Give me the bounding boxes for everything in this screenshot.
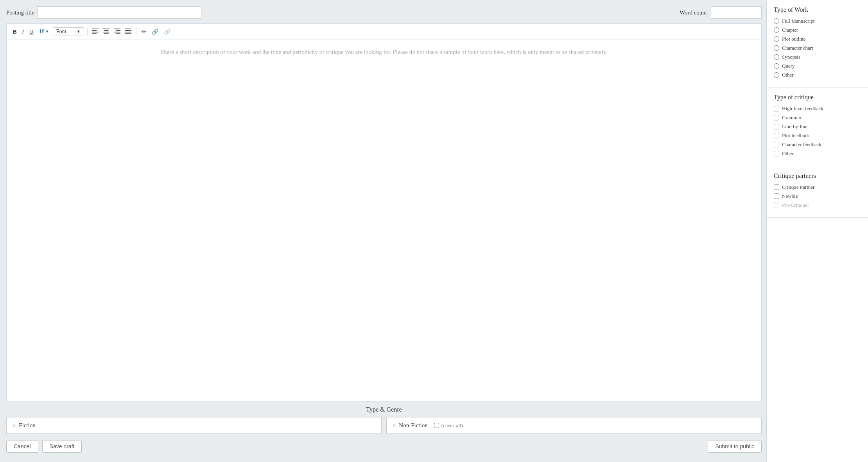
align-left-icon (92, 28, 99, 34)
pencil-button[interactable]: ✏ (140, 28, 148, 36)
checkbox-character-feedback-label: Character feedback (782, 141, 821, 148)
font-size-value: 18 (39, 29, 45, 35)
nonfiction-label: Non-Fiction (399, 422, 427, 429)
checkbox-plot-feedback-input[interactable] (774, 133, 779, 138)
svg-rect-9 (116, 30, 120, 31)
checkbox-newbie-input[interactable] (774, 193, 779, 199)
main-layout: Posting title Word count B I U 18 ▼ Font (0, 0, 868, 462)
font-size-selector[interactable]: 18 ▼ (37, 28, 51, 36)
align-right-icon (114, 28, 120, 34)
cancel-button[interactable]: Cancel (6, 440, 38, 453)
header-row: Posting title Word count (6, 6, 762, 19)
radio-full-manuscript-input[interactable] (774, 18, 779, 24)
checkbox-high-level-feedback-input[interactable] (774, 106, 779, 111)
radio-full-manuscript[interactable]: Full Manuscript (774, 18, 861, 24)
toolbar-separator-2 (136, 28, 136, 36)
toolbar-separator-1 (87, 28, 88, 36)
posting-title-label: Posting title (6, 9, 34, 16)
footer-left: Cancel Save draft (6, 440, 82, 453)
checkbox-plot-feedback[interactable]: Plot feedback (774, 133, 861, 139)
checkbox-grammar-label: Grammar (782, 115, 802, 121)
bold-button[interactable]: B (11, 27, 19, 36)
submit-button[interactable]: Submit to public (708, 440, 762, 453)
radio-plot-outline[interactable]: Plot outline (774, 36, 861, 42)
editor-placeholder: Share a short description of your work a… (161, 49, 607, 55)
checkbox-grammar[interactable]: Grammar (774, 115, 861, 121)
align-justify-button[interactable] (124, 27, 133, 36)
fiction-chevron-icon: > (13, 423, 16, 429)
footer-buttons: Cancel Save draft Submit to public (6, 440, 762, 456)
align-justify-icon (125, 28, 131, 34)
align-center-button[interactable] (102, 27, 111, 36)
radio-query-label: Query (782, 63, 795, 69)
radio-character-chart-input[interactable] (774, 45, 779, 51)
radio-other-input[interactable] (774, 72, 779, 78)
checkbox-critique-other-input[interactable] (774, 151, 779, 156)
checkbox-newbie[interactable]: Newbie (774, 193, 861, 199)
svg-rect-2 (92, 32, 99, 32)
checkbox-pro-critiquer-label: Pro-Critiquer (782, 202, 809, 208)
checkbox-critique-other[interactable]: Other (774, 150, 861, 157)
check-all-checkbox[interactable] (434, 423, 439, 428)
fiction-label: Fiction (19, 422, 36, 429)
radio-chapter[interactable]: Chapter (774, 27, 861, 33)
radio-query-input[interactable] (774, 63, 779, 69)
genre-row: > Fiction > Non-Fiction (check all) (6, 417, 762, 434)
save-draft-button[interactable]: Save draft (42, 440, 82, 453)
link-button[interactable]: 🔗 (150, 28, 160, 36)
radio-query[interactable]: Query (774, 63, 861, 69)
svg-rect-3 (92, 33, 97, 34)
align-center-icon (103, 28, 109, 34)
checkbox-critique-other-label: Other (782, 150, 794, 157)
editor-body[interactable]: Share a short description of your work a… (7, 39, 761, 401)
word-count-input[interactable] (711, 6, 762, 19)
svg-rect-7 (104, 33, 108, 34)
svg-rect-5 (104, 30, 108, 31)
align-right-button[interactable] (113, 27, 122, 36)
radio-synopsis-input[interactable] (774, 54, 779, 60)
checkbox-critique-partner[interactable]: Critique Partner (774, 184, 861, 190)
link-icon: 🔗 (152, 29, 158, 35)
checkbox-pro-critiquer-input[interactable] (774, 202, 779, 208)
radio-synopsis[interactable]: Synopsis (774, 54, 861, 60)
radio-character-chart-label: Character chart (782, 45, 813, 51)
checkbox-newbie-label: Newbie (782, 193, 798, 199)
unlink-button[interactable]: 🔗 (162, 28, 172, 36)
checkbox-line-by-line-label: Line-by-line (782, 124, 807, 130)
check-all-wrapper: (check all) (434, 423, 463, 429)
check-all-label: (check all) (441, 423, 463, 429)
align-left-button[interactable] (91, 27, 100, 36)
checkbox-pro-critiquer[interactable]: Pro-Critiquer (774, 202, 861, 208)
checkbox-line-by-line-input[interactable] (774, 124, 779, 129)
critique-partners-section: Critique partners Critique Partner Newbi… (767, 166, 868, 218)
italic-button[interactable]: I (20, 27, 26, 36)
checkbox-high-level-feedback[interactable]: High-level feedback (774, 106, 861, 112)
checkbox-line-by-line[interactable]: Line-by-line (774, 124, 861, 130)
type-of-work-section: Type of Work Full Manuscript Chapter Plo… (767, 0, 868, 88)
checkbox-character-feedback-input[interactable] (774, 142, 779, 147)
radio-character-chart[interactable]: Character chart (774, 45, 861, 51)
word-count-label: Word count (680, 9, 707, 16)
svg-rect-8 (114, 29, 120, 29)
checkbox-character-feedback[interactable]: Character feedback (774, 141, 861, 148)
posting-title-input[interactable] (37, 6, 201, 19)
font-chevron-icon: ▼ (77, 29, 81, 34)
font-name-value: Font (56, 29, 66, 35)
underline-button[interactable]: U (27, 27, 36, 36)
radio-other[interactable]: Other (774, 72, 861, 78)
checkbox-critique-partner-input[interactable] (774, 184, 779, 190)
radio-chapter-label: Chapter (782, 27, 798, 33)
radio-chapter-input[interactable] (774, 27, 779, 33)
radio-full-manuscript-label: Full Manuscript (782, 18, 814, 24)
radio-plot-outline-input[interactable] (774, 36, 779, 42)
svg-rect-4 (103, 29, 109, 29)
fiction-box[interactable]: > Fiction (6, 417, 382, 434)
svg-rect-11 (116, 33, 120, 34)
checkbox-critique-partner-label: Critique Partner (782, 184, 814, 190)
toolbar: B I U 18 ▼ Font ▼ (7, 24, 761, 39)
editor-container: B I U 18 ▼ Font ▼ (6, 23, 762, 401)
font-selector[interactable]: Font ▼ (53, 27, 84, 36)
checkbox-grammar-input[interactable] (774, 115, 779, 120)
nonfiction-box[interactable]: > Non-Fiction (check all) (386, 417, 762, 434)
word-count-row: Word count (680, 6, 762, 19)
